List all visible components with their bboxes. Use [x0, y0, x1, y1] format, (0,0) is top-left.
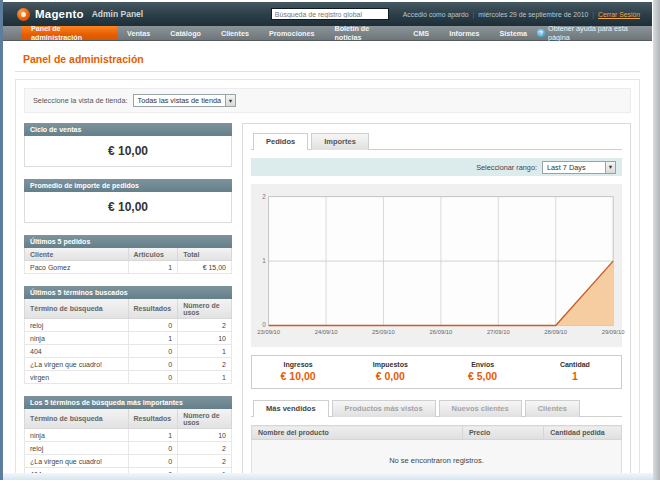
page-title: Panel de administración: [23, 53, 640, 65]
table-row: ninja110: [25, 332, 232, 345]
table-row: reloj02: [25, 442, 232, 455]
stat-label: Ingresos: [252, 361, 344, 368]
logout-link[interactable]: Cerrar Sesión: [598, 11, 640, 18]
nav-item-reports[interactable]: Informes: [439, 26, 489, 40]
lifetime-sales-value: € 10,00: [24, 136, 232, 167]
top-search-terms-box: Los 5 términos de búsqueda más important…: [24, 396, 232, 480]
grid-header-row: Nombre del productoPrecioCantidad pedida: [252, 426, 622, 440]
range-bar: Seleccionar rango: Last 7 Days ▼: [251, 158, 622, 176]
help-link[interactable]: ? Obtener ayuda para esta página: [537, 26, 642, 40]
svg-text:23/09/10: 23/09/10: [257, 329, 280, 335]
window-edge-bottom: [0, 473, 660, 480]
window-edge-right: [653, 0, 660, 480]
main-navigation: Panel de administración Ventas Catálogo …: [3, 26, 652, 41]
column-header: Nombre del producto: [252, 426, 463, 440]
svg-text:25/09/10: 25/09/10: [372, 329, 395, 335]
svg-text:0: 0: [262, 321, 266, 328]
svg-text:2: 2: [262, 193, 266, 200]
nav-item-sales[interactable]: Ventas: [117, 26, 160, 40]
totals-bar: Ingresos € 10,00 Impuestos € 0,00 Envíos…: [251, 355, 622, 389]
last-search-terms-box: Últimos 5 términos buscados Término de b…: [24, 286, 232, 384]
nav-item-dashboard[interactable]: Panel de administración: [21, 26, 117, 40]
column-header: Cliente: [25, 248, 129, 261]
table-row: ninja110: [25, 429, 232, 442]
store-view-select[interactable]: Todas las vistas de tienda ▼: [133, 94, 237, 107]
lifetime-sales-box: Ciclo de ventas € 10,00: [24, 123, 232, 167]
column-header: Término de búsqueda: [25, 409, 129, 429]
header-bar: Magento Admin Panel Accedió como apardo …: [3, 2, 652, 26]
separator: |: [473, 11, 475, 18]
orders-chart-canvas: 01223/09/1024/09/1025/09/1026/09/1027/09…: [255, 189, 618, 345]
range-select[interactable]: Last 7 Days ▼: [542, 161, 616, 174]
stat-shipping: Envíos € 5,00: [437, 361, 529, 382]
last-search-terms-table: Término de búsquedaResultadosNúmero de u…: [24, 299, 232, 384]
tab-amounts[interactable]: Importes: [311, 133, 369, 150]
stat-revenue: Ingresos € 10,00: [252, 361, 344, 382]
tab-new-customers[interactable]: Nuevos clientes: [439, 400, 522, 417]
tab-customers[interactable]: Clientes: [525, 400, 580, 417]
box-title: Promedio de importe de pedidos: [24, 179, 232, 192]
table-row: virgen01: [25, 371, 232, 384]
svg-text:24/09/10: 24/09/10: [315, 329, 338, 335]
help-icon: ?: [537, 29, 545, 37]
column-header: Número de usos: [178, 299, 232, 319]
content-area: Panel de administración Seleccione la vi…: [3, 41, 652, 480]
nav-item-catalog[interactable]: Catálogo: [160, 26, 211, 40]
table-row: reloj02: [25, 319, 232, 332]
admin-page: Magento Admin Panel Accedió como apardo …: [3, 2, 652, 480]
svg-text:28/09/10: 28/09/10: [544, 329, 567, 335]
stat-value: 1: [529, 370, 621, 382]
column-header: Cantidad pedida: [544, 426, 622, 440]
dashboard-diagram-panel: Pedidos Importes Seleccionar rango: Last…: [242, 123, 631, 480]
box-title: Últimos 5 términos buscados: [24, 286, 232, 299]
table-body: Paco Gomez1€ 15,00: [25, 261, 232, 274]
nav-item-newsletter[interactable]: Boletín de noticias: [324, 26, 403, 40]
column-header: Término de búsqueda: [25, 299, 129, 319]
title-divider: [15, 71, 640, 72]
range-value: Last 7 Days: [543, 162, 605, 173]
header-user-info: Accedió como apardo | miércoles 29 de se…: [403, 11, 640, 18]
column-header: Resultados: [128, 299, 178, 319]
nav-item-system[interactable]: Sistema: [490, 26, 538, 40]
box-title: Últimos 5 pedidos: [24, 235, 232, 248]
dashboard-left-column: Ciclo de ventas € 10,00 Promedio de impo…: [24, 123, 232, 480]
chevron-down-icon: ▼: [225, 95, 235, 106]
average-orders-value: € 10,00: [24, 192, 232, 223]
stat-value: € 5,00: [437, 370, 529, 382]
table-row: 40401: [25, 345, 232, 358]
table-header-row: Término de búsquedaResultadosNúmero de u…: [25, 299, 232, 319]
current-date: miércoles 29 de septiembre de 2010: [478, 11, 588, 18]
svg-text:29/09/10: 29/09/10: [602, 329, 625, 335]
global-search-input[interactable]: [271, 8, 389, 20]
logged-in-as: Accedió como apardo: [403, 11, 469, 18]
column-header: Precio: [462, 426, 543, 440]
column-header: Artículos: [128, 248, 178, 261]
tab-bestsellers[interactable]: Más vendidos: [253, 400, 329, 417]
separator: |: [592, 11, 594, 18]
stat-label: Envíos: [437, 361, 529, 368]
nav-item-promotions[interactable]: Promociones: [259, 26, 325, 40]
stat-quantity: Cantidad 1: [529, 361, 621, 382]
chevron-down-icon: ▼: [605, 162, 615, 173]
stat-value: € 10,00: [252, 370, 344, 382]
orders-chart: 01223/09/1024/09/1025/09/1026/09/1027/09…: [251, 184, 622, 347]
store-view-switcher: Seleccione la vista de tienda: Todas las…: [24, 88, 631, 113]
box-title: Los 5 términos de búsqueda más important…: [24, 396, 232, 409]
last-orders-table: ClienteArtículosTotal Paco Gomez1€ 15,00: [24, 248, 232, 274]
diagram-tabs: Pedidos Importes: [251, 132, 622, 150]
bestsellers-grid: Nombre del productoPrecioCantidad pedida: [251, 425, 622, 440]
svg-text:26/09/10: 26/09/10: [430, 329, 453, 335]
svg-text:1: 1: [262, 257, 266, 264]
last-orders-box: Últimos 5 pedidos ClienteArtículosTotal …: [24, 235, 232, 274]
help-label: Obtener ayuda para esta página: [548, 24, 642, 42]
table-body: reloj02ninja11040401¿La virgen que cuadr…: [25, 319, 232, 384]
tab-most-viewed[interactable]: Productos más vistos: [332, 400, 436, 417]
tab-orders[interactable]: Pedidos: [253, 133, 308, 150]
nav-item-customers[interactable]: Clientes: [211, 26, 259, 40]
table-row: ¿La virgen que cuadro!02: [25, 358, 232, 371]
stat-tax: Impuestos € 0,00: [344, 361, 436, 382]
nav-item-cms[interactable]: CMS: [403, 26, 439, 40]
logo-subtitle: Admin Panel: [92, 9, 143, 19]
column-header: Resultados: [128, 409, 178, 429]
dashboard-wrapper: Seleccione la vista de tienda: Todas las…: [15, 79, 640, 480]
